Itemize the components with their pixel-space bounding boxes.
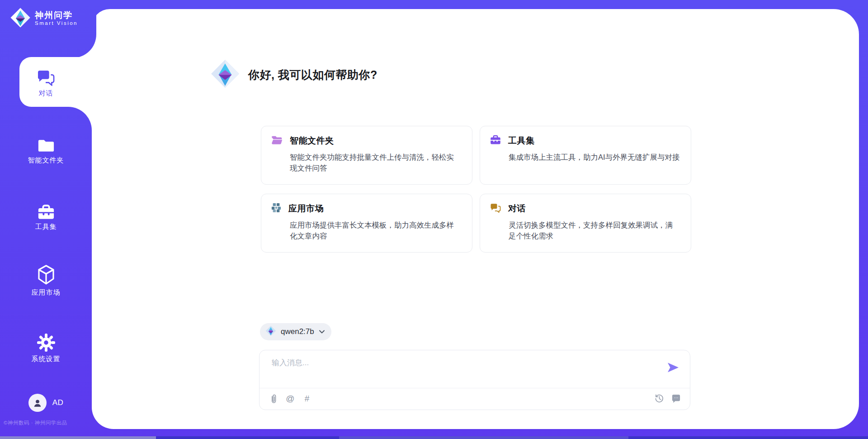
card-toolset[interactable]: 工具集 集成市场上主流工具，助力AI与外界无缝扩展与对接 — [480, 126, 691, 185]
grid-icon — [271, 203, 281, 215]
sidebar: 神州问学 Smart Vision 对话 智能文件夹 — [0, 0, 92, 439]
scrollbar-thumb[interactable] — [0, 436, 156, 439]
chat-square-icon[interactable] — [671, 394, 681, 404]
user-initials: AD — [52, 398, 64, 407]
card-smart-folder[interactable]: 智能文件夹 智能文件夹功能支持批量文件上传与清洗，轻松实现文件问答 — [261, 126, 472, 185]
app-root: { "brand": { "name": "神州问学", "subtitle":… — [0, 0, 868, 439]
chat-bubbles-icon — [490, 203, 501, 215]
card-title: 智能文件夹 — [290, 135, 334, 147]
gear-icon — [0, 331, 92, 352]
hash-icon[interactable]: # — [302, 394, 312, 404]
brand-diamond-logo-icon — [210, 59, 240, 91]
model-name: qwen2:7b — [281, 327, 314, 336]
card-desc: 灵活切换多模型文件，支持多样回复效果调试，满足个性化需求 — [509, 220, 680, 242]
sidebar-item-label: 工具集 — [0, 223, 92, 231]
card-title: 应用市场 — [288, 203, 324, 215]
brand-logo: 神州问学 Smart Vision — [10, 7, 78, 30]
sidebar-item-smart-folder[interactable]: 智能文件夹 — [0, 132, 92, 165]
card-app-market[interactable]: 应用市场 应用市场提供丰富长文本模板，助力高效生成多样化文章内容 — [261, 194, 472, 253]
toolbox-icon — [0, 199, 92, 220]
folder-open-icon — [271, 135, 283, 147]
bottom-scrollbar[interactable] — [0, 436, 868, 439]
composer-toolbar: @ # — [269, 387, 681, 410]
avatar — [28, 394, 47, 412]
message-input[interactable] — [271, 357, 661, 386]
card-chat[interactable]: 对话 灵活切换多模型文件，支持多样回复效果调试，满足个性化需求 — [480, 194, 691, 253]
sidebar-item-chat[interactable]: 对话 — [0, 65, 92, 98]
sidebar-item-settings[interactable]: 系统设置 — [0, 331, 92, 363]
greeting-row: 你好, 我可以如何帮助你? — [210, 59, 377, 91]
sidebar-footer: ©神州数码 · 神州问学出品 — [4, 420, 67, 426]
cube-icon — [0, 264, 92, 285]
user-profile[interactable]: AD — [0, 394, 92, 412]
sidebar-item-label: 对话 — [0, 89, 92, 98]
model-diamond-icon — [265, 325, 276, 338]
folder-icon — [0, 132, 92, 153]
brand-name: 神州问学 — [35, 10, 78, 20]
scrollbar-segment — [339, 436, 628, 439]
attachment-icon[interactable] — [269, 394, 278, 404]
sidebar-item-label: 智能文件夹 — [0, 156, 92, 165]
sidebar-item-label: 应用市场 — [0, 288, 92, 297]
card-title: 工具集 — [508, 135, 535, 147]
greeting-title: 你好, 我可以如何帮助你? — [248, 67, 377, 82]
brand-subtitle: Smart Vision — [35, 20, 78, 27]
message-composer: @ # — [259, 350, 690, 410]
card-title: 对话 — [508, 203, 526, 215]
main-panel: 你好, 我可以如何帮助你? 智能文件夹 智能文件夹功能支持批量文件上传与清洗，轻… — [92, 9, 859, 429]
card-desc: 智能文件夹功能支持批量文件上传与清洗，轻松实现文件问答 — [290, 152, 461, 174]
chevron-down-icon — [319, 328, 325, 336]
at-icon[interactable]: @ — [285, 394, 295, 404]
card-desc: 集成市场上主流工具，助力AI与外界无缝扩展与对接 — [509, 152, 680, 162]
brand-diamond-icon — [10, 7, 31, 30]
chat-bubbles-icon — [0, 65, 92, 86]
card-desc: 应用市场提供丰富长文本模板，助力高效生成多样化文章内容 — [290, 220, 461, 242]
sidebar-item-toolset[interactable]: 工具集 — [0, 199, 92, 231]
sidebar-item-app-market[interactable]: 应用市场 — [0, 264, 92, 297]
model-selector[interactable]: qwen2:7b — [260, 323, 331, 340]
history-icon[interactable] — [654, 394, 664, 404]
toolbox-icon — [490, 135, 501, 147]
sidebar-item-label: 系统设置 — [0, 355, 92, 363]
feature-cards: 智能文件夹 智能文件夹功能支持批量文件上传与清洗，轻松实现文件问答 工具集 集成… — [261, 126, 691, 253]
send-icon[interactable] — [667, 362, 679, 373]
